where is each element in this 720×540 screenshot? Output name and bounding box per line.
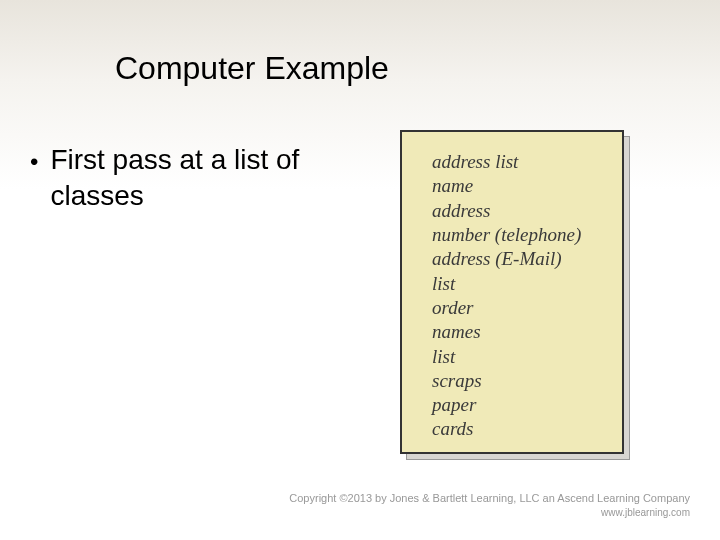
note-line: names [432,320,602,344]
bullet-dot-icon: • [30,146,38,177]
note-card: address list name address number (teleph… [400,130,630,460]
footer-url: www.jblearning.com [289,506,690,520]
slide-title: Computer Example [115,50,389,87]
note-line: list [432,345,602,369]
note-line: address [432,199,602,223]
note-line: address list [432,150,602,174]
note-paper: address list name address number (teleph… [400,130,624,454]
note-line: cards [432,417,602,441]
bullet-item: • First pass at a list of classes [30,142,370,215]
footer: Copyright ©2013 by Jones & Bartlett Lear… [289,491,690,520]
note-line: name [432,174,602,198]
note-line: paper [432,393,602,417]
note-line: order [432,296,602,320]
copyright-text: Copyright ©2013 by Jones & Bartlett Lear… [289,491,690,506]
note-line: address (E-Mail) [432,247,602,271]
note-line: list [432,272,602,296]
bullet-text: First pass at a list of classes [50,142,370,215]
note-line: number (telephone) [432,223,602,247]
note-line: scraps [432,369,602,393]
bullet-list: • First pass at a list of classes [30,142,370,215]
